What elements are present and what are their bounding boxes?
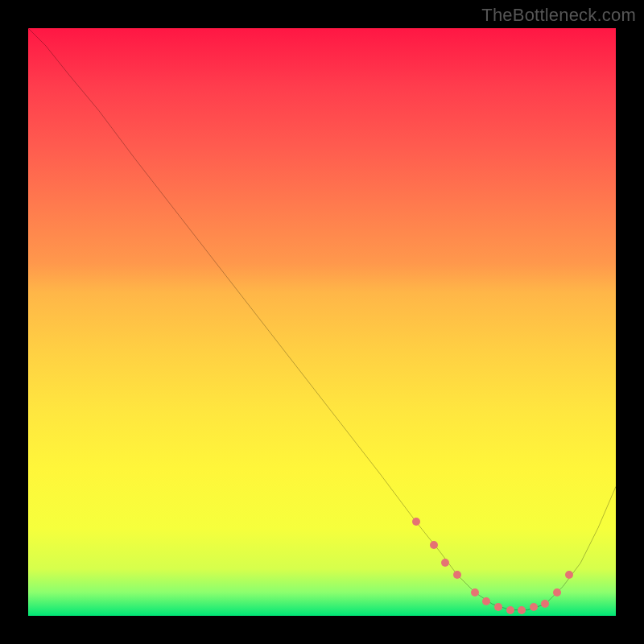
chart-marker xyxy=(430,541,438,549)
attribution-text: TheBottleneck.com xyxy=(481,5,636,26)
chart-marker xyxy=(482,597,490,605)
chart-plot-area xyxy=(28,28,616,616)
chart-marker xyxy=(441,559,449,567)
chart-marker xyxy=(453,571,461,579)
chart-marker xyxy=(412,518,420,526)
chart-marker xyxy=(471,588,479,597)
chart-marker xyxy=(565,571,573,579)
chart-marker xyxy=(541,600,549,608)
chart-marker xyxy=(530,603,538,611)
chart-line-layer xyxy=(28,28,616,616)
chart-marker xyxy=(506,606,514,614)
chart-curve xyxy=(28,28,616,610)
chart-marker xyxy=(553,588,561,597)
chart-marker xyxy=(518,606,526,614)
chart-marker xyxy=(494,603,502,611)
